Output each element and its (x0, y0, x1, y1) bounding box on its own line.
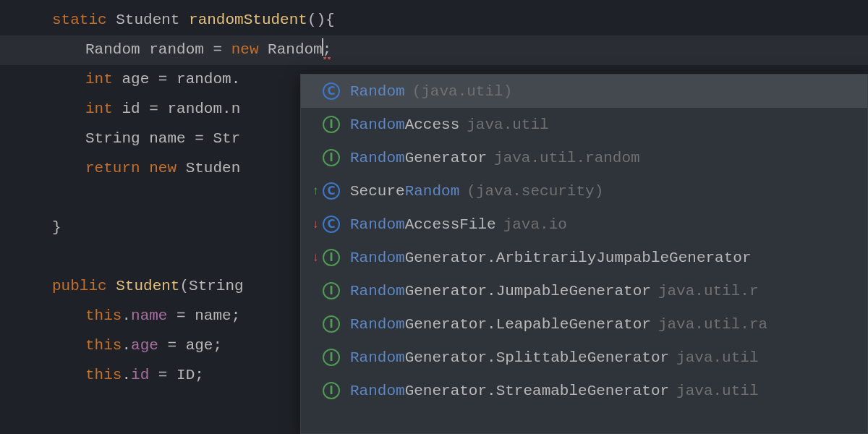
identifier: random. (176, 71, 240, 88)
package-label: java.io (503, 216, 567, 233)
class-icon: C (323, 216, 340, 233)
package-label: (java.util) (412, 83, 513, 100)
package-label: java.util.ra (658, 316, 767, 333)
package-label: java.util (676, 349, 758, 366)
completion-label: RandomGenerator.LeapableGenerator (350, 316, 651, 333)
identifier: id (122, 101, 140, 117)
interface-icon: I (323, 315, 340, 333)
punct: } (52, 219, 61, 236)
interface-icon: I (323, 116, 340, 133)
punct: = (186, 130, 213, 147)
identifier: random.n (167, 101, 240, 117)
autocomplete-item[interactable]: CRandom (java.util) (301, 75, 867, 108)
keyword: static (52, 12, 107, 28)
package-label: (java.security) (467, 183, 603, 200)
identifier: age (122, 71, 149, 88)
type: Random (85, 41, 140, 58)
autocomplete-item[interactable]: ↓CRandomAccessFilejava.io (301, 208, 867, 241)
completion-label: RandomAccessFile (350, 216, 496, 233)
identifier: Str (213, 130, 240, 147)
method-name: Student (116, 278, 179, 294)
package-label: java.util (676, 383, 758, 399)
completion-label: RandomGenerator.JumpableGenerator (350, 283, 651, 299)
autocomplete-item[interactable]: IRandomGenerator.StreamableGeneratorjava… (301, 374, 867, 407)
class-icon: C (323, 82, 340, 100)
punct: = age; (158, 337, 222, 354)
punct: . (122, 307, 131, 324)
autocomplete-item[interactable]: IRandomGeneratorjava.util.random (301, 141, 867, 174)
keyword: this (85, 307, 122, 324)
arrow-down-icon: ↓ (308, 251, 323, 265)
completion-label: RandomAccess (350, 116, 459, 133)
interface-icon: I (323, 249, 340, 266)
error-squiggle: ; (323, 41, 332, 58)
punct: (String (179, 278, 243, 294)
punct: (){ (307, 12, 335, 28)
arrow-up-icon: ↑ (308, 184, 323, 198)
method-name: randomStudent (189, 12, 307, 28)
keyword: this (85, 367, 122, 383)
punct: = (140, 101, 168, 117)
interface-icon: I (323, 349, 340, 366)
autocomplete-item[interactable]: IRandomGenerator.LeapableGeneratorjava.u… (301, 307, 867, 341)
autocomplete-item[interactable]: IRandomGenerator.SplittableGeneratorjava… (301, 341, 867, 374)
completion-label: Random (350, 83, 405, 100)
autocomplete-item[interactable]: IRandomGenerator.JumpableGeneratorjava.u… (301, 274, 867, 307)
type: String (85, 130, 140, 147)
completion-label: RandomGenerator (350, 150, 487, 166)
field: id (131, 367, 149, 383)
keyword: int (85, 101, 113, 117)
completion-label: RandomGenerator.StreamableGenerator (350, 383, 669, 399)
punct: . (122, 337, 131, 354)
package-label: java.util (467, 116, 548, 133)
code-line-active[interactable]: Random random = new Random; (0, 35, 868, 65)
autocomplete-item[interactable]: IRandomAccessjava.util (301, 108, 867, 141)
keyword: return (85, 160, 140, 176)
keyword: this (85, 337, 122, 354)
completion-label: RandomGenerator.ArbitrarilyJumpableGener… (350, 250, 752, 266)
package-label: java.util.random (494, 150, 640, 166)
interface-icon: I (323, 382, 340, 399)
keyword: new (149, 160, 176, 176)
punct: = ID; (149, 367, 204, 383)
punct: = (204, 41, 231, 58)
autocomplete-item[interactable]: ↑CSecureRandom (java.security) (301, 174, 867, 208)
keyword: new (231, 41, 259, 58)
arrow-down-icon: ↓ (308, 218, 323, 231)
autocomplete-popup[interactable]: CRandom (java.util)IRandomAccessjava.uti… (300, 74, 868, 434)
completion-label: RandomGenerator.SplittableGenerator (350, 349, 669, 366)
identifier: random (149, 41, 204, 58)
interface-icon: I (323, 149, 340, 166)
field: name (131, 307, 167, 324)
keyword: public (52, 278, 107, 294)
completion-label: SecureRandom (350, 183, 459, 200)
autocomplete-item[interactable]: ↓IRandomGenerator.ArbitrarilyJumpableGen… (301, 241, 867, 274)
interface-icon: I (323, 282, 340, 299)
keyword: int (85, 71, 113, 88)
type: Student (116, 12, 179, 28)
class-icon: C (323, 182, 340, 200)
type: Studen (186, 160, 241, 176)
field: age (131, 337, 158, 354)
punct: = name; (167, 307, 240, 324)
punct: = (149, 71, 176, 88)
code-line[interactable]: static Student randomStudent(){ (0, 6, 868, 35)
identifier: name (149, 130, 185, 147)
punct: . (122, 367, 131, 383)
identifier: Random (268, 41, 323, 58)
package-label: java.util.r (658, 283, 759, 299)
